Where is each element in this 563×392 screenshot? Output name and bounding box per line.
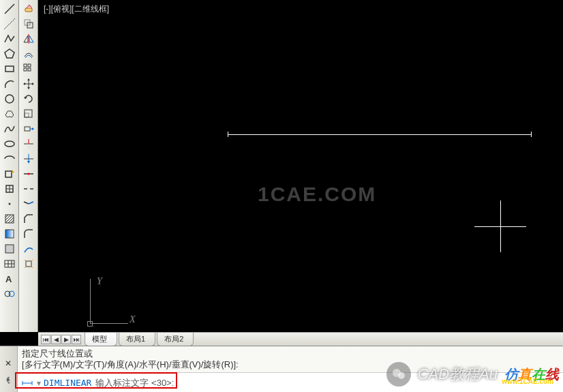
svg-line-13 <box>5 215 11 220</box>
svg-line-60 <box>29 202 33 204</box>
svg-point-5 <box>5 141 14 147</box>
circle-icon[interactable] <box>1 91 18 106</box>
scale-icon[interactable] <box>20 106 37 121</box>
ucs-y-label: Y <box>97 276 102 287</box>
array-icon[interactable] <box>20 61 37 76</box>
command-prompt: 输入标注文字 <30>: <box>95 377 174 389</box>
blend-icon[interactable] <box>20 241 37 256</box>
mtext-icon[interactable]: A <box>1 271 18 286</box>
watermark-text: 1CAE.COM <box>258 183 376 206</box>
line-icon[interactable] <box>1 1 18 16</box>
trim-icon[interactable] <box>20 136 37 151</box>
ellipse-arc-icon[interactable] <box>1 151 18 166</box>
break-at-point-icon[interactable] <box>20 166 37 181</box>
svg-point-56 <box>27 173 29 175</box>
svg-line-12 <box>5 215 8 217</box>
svg-marker-2 <box>5 49 14 58</box>
svg-rect-33 <box>24 68 27 71</box>
construction-line-icon[interactable] <box>1 16 18 31</box>
revision-cloud-icon[interactable] <box>1 106 18 121</box>
svg-rect-45 <box>25 127 30 131</box>
svg-marker-47 <box>32 127 34 130</box>
rotate-icon[interactable] <box>20 91 37 106</box>
insert-block-icon[interactable] <box>1 166 18 181</box>
erase-icon[interactable] <box>20 1 37 16</box>
ellipse-icon[interactable] <box>1 136 18 151</box>
svg-marker-38 <box>27 78 30 80</box>
command-name: DIMLINEAR <box>44 378 91 388</box>
join-icon[interactable] <box>20 196 37 211</box>
svg-point-4 <box>5 95 14 103</box>
ucs-icon: Y X <box>90 276 131 324</box>
drawing-viewport[interactable]: [-][俯视][二维线框] 1CAE.COM Y X <box>38 0 563 332</box>
svg-line-1 <box>4 18 15 29</box>
table-icon[interactable] <box>1 256 18 271</box>
svg-rect-18 <box>5 245 14 253</box>
point-icon[interactable] <box>1 196 18 211</box>
wrench-icon[interactable] <box>3 375 14 386</box>
spline-icon[interactable] <box>1 121 18 136</box>
svg-rect-17 <box>5 230 14 238</box>
mirror-icon[interactable] <box>20 31 37 46</box>
modify-toolbar <box>19 0 38 332</box>
move-icon[interactable] <box>20 76 37 91</box>
svg-point-10 <box>8 203 10 205</box>
extend-icon[interactable] <box>20 151 37 166</box>
tab-layout2[interactable]: 布局2 <box>157 333 194 346</box>
break-icon[interactable] <box>20 181 37 196</box>
svg-marker-41 <box>32 82 34 85</box>
svg-marker-39 <box>27 87 30 89</box>
chamfer-icon[interactable] <box>20 211 37 226</box>
svg-rect-32 <box>24 64 27 67</box>
layout-tab-bar: ⏮ ◀ ▶ ⏭ 模型 布局1 布局2 <box>38 332 563 346</box>
hatch-icon[interactable] <box>1 211 18 226</box>
dimension-extension-right <box>531 132 532 137</box>
svg-marker-40 <box>23 82 25 85</box>
svg-point-70 <box>398 372 405 379</box>
offset-icon[interactable] <box>20 46 37 61</box>
close-icon[interactable]: ✕ <box>3 359 14 370</box>
make-block-icon[interactable] <box>1 181 18 196</box>
command-grip[interactable]: ✕ <box>0 346 18 392</box>
stretch-icon[interactable] <box>20 121 37 136</box>
copy-icon[interactable] <box>20 16 37 31</box>
add-selected-icon[interactable] <box>1 286 18 301</box>
viewport-label[interactable]: [-][俯视][二维线框] <box>44 3 109 15</box>
cad-tutorial-watermark: CAD教程Au <box>418 364 498 385</box>
gradient-icon[interactable] <box>1 226 18 241</box>
svg-line-59 <box>24 202 29 204</box>
svg-line-16 <box>11 220 14 223</box>
tab-scroll-prev[interactable]: ◀ <box>51 335 61 344</box>
tab-model[interactable]: 模型 <box>85 333 117 346</box>
explode-icon[interactable] <box>20 256 37 271</box>
svg-line-0 <box>5 4 14 14</box>
polygon-icon[interactable] <box>1 46 18 61</box>
1cae-url: www.1CAE.com <box>502 378 553 385</box>
crosshair-vertical <box>500 200 501 252</box>
wechat-icon <box>386 362 411 387</box>
tab-scroll-next[interactable]: ▶ <box>61 335 71 344</box>
svg-marker-29 <box>24 35 28 42</box>
svg-marker-30 <box>29 35 33 42</box>
svg-rect-6 <box>5 171 12 177</box>
dimlinear-icon <box>22 378 33 388</box>
svg-marker-53 <box>27 161 30 164</box>
fillet-icon[interactable] <box>20 226 37 241</box>
ucs-x-label: X <box>130 314 136 325</box>
arc-icon[interactable] <box>1 76 18 91</box>
svg-rect-61 <box>26 261 31 267</box>
svg-rect-35 <box>28 68 31 71</box>
tab-scroll-first[interactable]: ⏮ <box>41 335 50 344</box>
svg-rect-43 <box>25 113 29 117</box>
svg-rect-3 <box>5 66 14 72</box>
region-icon[interactable] <box>1 241 18 256</box>
tab-scroll-last[interactable]: ⏭ <box>72 335 81 344</box>
rectangle-icon[interactable] <box>1 61 18 76</box>
svg-rect-26 <box>25 8 32 12</box>
dimension-line <box>228 134 532 135</box>
tab-layout1[interactable]: 布局1 <box>119 333 155 346</box>
history-line-1: 指定尺寸线位置或 <box>22 348 559 359</box>
svg-line-15 <box>8 217 14 223</box>
polyline-icon[interactable] <box>1 31 18 46</box>
left-toolbars: A <box>0 0 38 332</box>
